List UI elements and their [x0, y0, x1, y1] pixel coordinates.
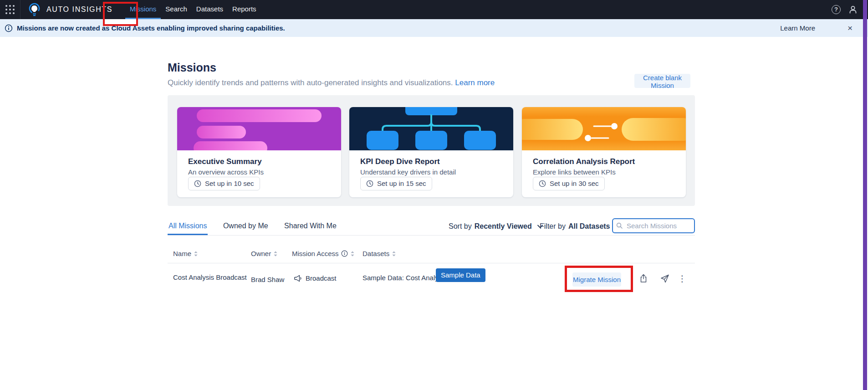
nav-right-actions: ?	[832, 0, 858, 19]
column-label: Name	[173, 250, 191, 257]
column-header-name[interactable]: Name	[173, 250, 198, 257]
tab-owned-by-me[interactable]: Owned by Me	[222, 219, 269, 235]
tab-shared-with-me[interactable]: Shared With Me	[283, 219, 337, 235]
template-cards-panel: Executive Summary An overview across KPI…	[168, 95, 695, 206]
auto-insights-logo[interactable]	[28, 3, 41, 17]
megaphone-icon	[294, 275, 302, 282]
executive-summary-thumbnail	[177, 107, 341, 150]
page-subtitle-text: Quickly identify trends and patterns wit…	[168, 78, 453, 87]
mission-owner: Brad Shaw	[251, 276, 284, 283]
mission-access-label: Broadcast	[306, 274, 337, 282]
setup-time-badge: Set up in 10 sec	[188, 177, 260, 190]
mission-access: Broadcast	[294, 274, 337, 282]
sort-by-value: Recently Viewed	[475, 222, 532, 231]
user-icon[interactable]	[848, 5, 858, 15]
page-subtitle: Quickly identify trends and patterns wit…	[168, 78, 495, 87]
column-header-owner[interactable]: Owner	[251, 250, 278, 257]
sort-icon	[350, 251, 355, 257]
setup-time-label: Set up in 10 sec	[205, 180, 254, 187]
column-label: Mission Access	[292, 250, 339, 257]
export-button[interactable]	[638, 273, 649, 284]
filter-by-value: All Datasets	[568, 222, 610, 231]
search-missions-box	[612, 218, 695, 233]
card-title: KPI Deep Dive Report	[360, 157, 513, 166]
nav-item-reports[interactable]: Reports	[228, 0, 261, 19]
kpi-deep-dive-thumbnail	[349, 107, 513, 150]
filter-by-dropdown[interactable]: Filter by All Datasets	[540, 222, 621, 231]
grid-icon	[5, 5, 15, 14]
card-description: An overview across KPIs	[188, 168, 341, 176]
template-card-correlation-analysis[interactable]: Correlation Analysis Report Explore link…	[522, 107, 686, 197]
nav-item-missions[interactable]: Missions	[125, 0, 161, 19]
more-actions-button[interactable]: ⋮	[677, 273, 688, 284]
sort-icon	[273, 251, 278, 257]
nav-divider	[20, 0, 20, 19]
mission-datasets: Sample Data: Cost Analysis	[363, 274, 447, 282]
template-card-kpi-deep-dive[interactable]: KPI Deep Dive Report Understand key driv…	[349, 107, 513, 197]
column-header-datasets[interactable]: Datasets	[363, 250, 396, 257]
table-row: Cost Analysis Broadcast Brad Shaw Broadc…	[168, 263, 695, 292]
close-icon[interactable]: ×	[848, 24, 853, 32]
info-icon[interactable]	[341, 250, 348, 257]
card-description: Understand key drivers in detail	[360, 168, 513, 176]
template-card-executive-summary[interactable]: Executive Summary An overview across KPI…	[177, 107, 341, 197]
sort-by-label: Sort by	[449, 222, 472, 231]
setup-time-label: Set up in 30 sec	[550, 180, 599, 187]
nav-item-datasets[interactable]: Datasets	[192, 0, 228, 19]
brand-title: AUTO INSIGHTS	[46, 5, 112, 14]
edge-strip	[863, 0, 867, 390]
send-button[interactable]	[659, 273, 670, 284]
sample-data-badge[interactable]: Sample Data	[436, 268, 485, 282]
sort-icon	[194, 251, 198, 257]
mission-name[interactable]: Cost Analysis Broadcast	[173, 273, 247, 281]
column-label: Owner	[251, 250, 271, 257]
search-input[interactable]	[612, 218, 695, 233]
setup-time-label: Set up in 15 sec	[377, 180, 426, 187]
help-icon[interactable]: ?	[832, 5, 841, 14]
banner-message: Missions are now created as Cloud Assets…	[17, 24, 285, 32]
card-title: Executive Summary	[188, 157, 341, 166]
clock-icon	[539, 180, 546, 187]
nav-menu: Missions Search Datasets Reports	[125, 0, 261, 19]
nav-item-search[interactable]: Search	[161, 0, 192, 19]
migrate-mission-button[interactable]: Migrate Mission	[572, 272, 621, 287]
app-launcher-button[interactable]	[0, 0, 20, 19]
setup-time-badge: Set up in 15 sec	[360, 177, 432, 190]
lightbulb-icon	[28, 3, 41, 17]
card-description: Explore links between KPIs	[533, 168, 686, 176]
export-icon	[639, 274, 648, 283]
clock-icon	[366, 180, 373, 187]
top-navigation: AUTO INSIGHTS Missions Search Datasets R…	[0, 0, 868, 19]
learn-more-link[interactable]: Learn more	[455, 78, 495, 87]
correlation-analysis-thumbnail	[522, 107, 686, 150]
column-label: Datasets	[363, 250, 389, 257]
column-header-mission-access[interactable]: Mission Access	[292, 250, 355, 257]
banner-learn-more-link[interactable]: Learn More	[780, 24, 815, 32]
card-title: Correlation Analysis Report	[533, 157, 686, 166]
filter-by-label: Filter by	[540, 222, 566, 231]
clock-icon	[194, 180, 201, 187]
setup-time-badge: Set up in 30 sec	[533, 177, 605, 190]
info-icon	[5, 24, 13, 32]
tab-all-missions[interactable]: All Missions	[168, 219, 208, 235]
paper-plane-icon	[660, 274, 669, 283]
auto-insights-app: AUTO INSIGHTS Missions Search Datasets R…	[0, 0, 868, 390]
sort-icon	[392, 251, 396, 257]
page-title: Missions	[168, 61, 216, 74]
sort-by-dropdown[interactable]: Sort by Recently Viewed	[449, 222, 543, 231]
create-blank-mission-button[interactable]: Create blank Mission	[634, 74, 690, 88]
missions-table-header: Name Owner Mission Access Datasets	[168, 247, 695, 263]
cloud-assets-banner: Missions are now created as Cloud Assets…	[0, 19, 868, 37]
